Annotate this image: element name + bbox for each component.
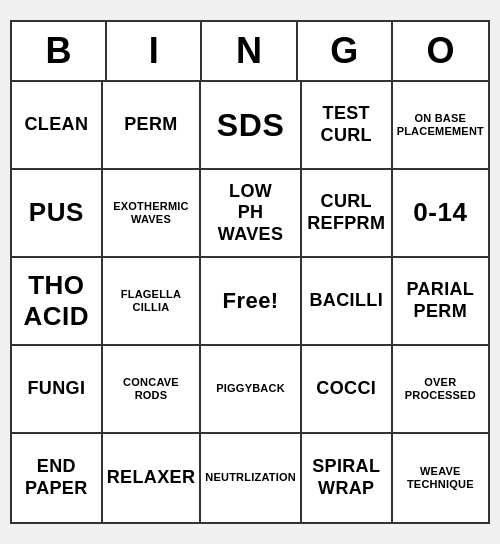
cell-text: PIGGYBACK [216,382,285,395]
bingo-cell[interactable]: FUNGI [12,346,103,434]
bingo-cell[interactable]: Free! [201,258,302,346]
cell-text: SDS [217,106,285,144]
cell-text: CURL REFPRM [307,191,385,234]
header-letter: G [298,22,393,80]
cell-text: Free! [223,288,279,314]
header-letter: O [393,22,488,80]
header-letter: N [202,22,297,80]
bingo-cell[interactable]: THO ACID [12,258,103,346]
cell-text: TEST CURL [321,103,372,146]
bingo-grid: CLEANPERMSDSTEST CURLON BASE PLACEMEMENT… [12,82,488,522]
cell-text: OVER PROCESSED [405,376,476,402]
bingo-card: BINGO CLEANPERMSDSTEST CURLON BASE PLACE… [10,20,490,524]
bingo-cell[interactable]: FLAGELLA CILLIA [103,258,202,346]
bingo-cell[interactable]: PARIAL PERM [393,258,488,346]
cell-text: FLAGELLA CILLIA [121,288,181,314]
cell-text: LOW PH WAVES [218,181,283,246]
cell-text: THO ACID [24,270,90,332]
cell-text: 0-14 [413,197,467,228]
bingo-cell[interactable]: RELAXER [103,434,202,522]
header-letter: I [107,22,202,80]
cell-text: EXOTHERMIC WAVES [113,200,189,226]
cell-text: COCCI [316,378,376,400]
cell-text: ON BASE PLACEMEMENT [397,112,484,138]
bingo-cell[interactable]: CURL REFPRM [302,170,393,258]
bingo-cell[interactable]: WEAVE TECHNIQUE [393,434,488,522]
bingo-cell[interactable]: 0-14 [393,170,488,258]
bingo-cell[interactable]: PUS [12,170,103,258]
cell-text: PERM [124,114,177,136]
cell-text: RELAXER [107,467,196,489]
bingo-cell[interactable]: SPIRAL WRAP [302,434,393,522]
bingo-cell[interactable]: COCCI [302,346,393,434]
bingo-cell[interactable]: CLEAN [12,82,103,170]
bingo-cell[interactable]: SDS [201,82,302,170]
cell-text: CLEAN [24,114,88,136]
bingo-cell[interactable]: PERM [103,82,202,170]
cell-text: SPIRAL WRAP [312,456,380,499]
bingo-cell[interactable]: BACILLI [302,258,393,346]
cell-text: PUS [29,197,84,228]
bingo-cell[interactable]: PIGGYBACK [201,346,302,434]
bingo-cell[interactable]: TEST CURL [302,82,393,170]
cell-text: WEAVE TECHNIQUE [407,465,474,491]
bingo-cell[interactable]: END PAPER [12,434,103,522]
bingo-cell[interactable]: OVER PROCESSED [393,346,488,434]
bingo-cell[interactable]: NEUTRLIZATION [201,434,302,522]
header-letter: B [12,22,107,80]
bingo-cell[interactable]: EXOTHERMIC WAVES [103,170,202,258]
cell-text: BACILLI [310,290,384,312]
cell-text: NEUTRLIZATION [205,471,296,484]
bingo-cell[interactable]: LOW PH WAVES [201,170,302,258]
bingo-cell[interactable]: CONCAVE RODS [103,346,202,434]
cell-text: FUNGI [27,378,85,400]
bingo-cell[interactable]: ON BASE PLACEMEMENT [393,82,488,170]
cell-text: END PAPER [25,456,87,499]
cell-text: CONCAVE RODS [123,376,179,402]
bingo-header: BINGO [12,22,488,82]
cell-text: PARIAL PERM [406,279,474,322]
